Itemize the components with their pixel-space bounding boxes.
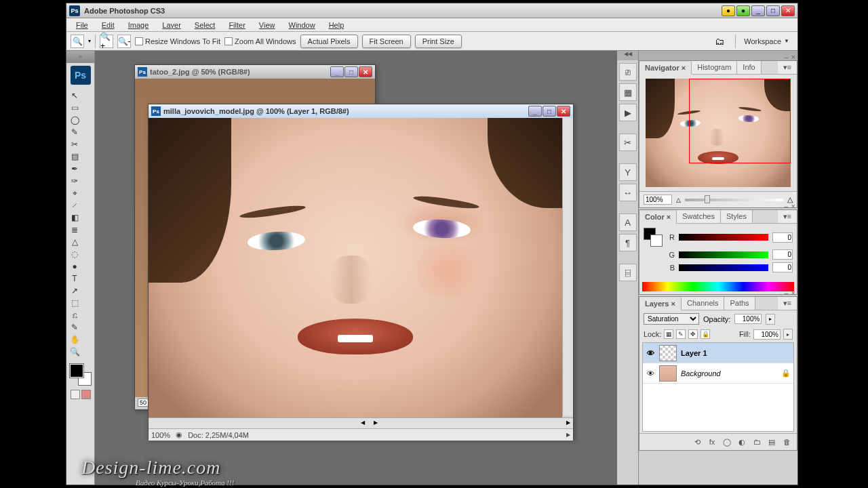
foreground-color-swatch[interactable] [70,364,83,378]
tab-color[interactable]: Color × [639,211,677,224]
app-titlebar[interactable]: Ps Adobe Photoshop CS3 ● ● _ □ ✕ [66,3,797,18]
status-arrow-icon[interactable]: ▶ [566,432,570,438]
type-tool[interactable]: T [69,273,80,284]
marquee-tool[interactable]: ▭ [69,102,80,113]
opacity-flyout-icon[interactable]: ▸ [766,314,775,325]
document-canvas[interactable] [149,118,562,418]
gradient-tool[interactable]: ≣ [69,224,80,235]
lock-position-icon[interactable]: ✥ [688,329,698,339]
layer-list[interactable]: 👁 Layer 1 👁 Background 🔒 [642,342,794,432]
color-spectrum-bar[interactable] [642,282,794,291]
print-size-button[interactable]: Print Size [415,35,462,48]
blend-mode-select[interactable]: Saturation [644,313,699,325]
new-layer-icon[interactable]: ▤ [766,436,778,447]
panel-close-icon[interactable]: × [791,202,795,210]
panel-menu-icon[interactable]: ▾≡ [778,210,797,223]
doc-minimize-button[interactable]: _ [528,106,542,117]
healing-brush-tool[interactable]: ✒ [69,163,80,174]
status-icon[interactable]: ◉ [176,430,182,439]
tab-info[interactable]: Info [737,61,761,74]
zoom-out-icon[interactable]: 🔍- [117,35,131,48]
slice-tool[interactable]: ▤ [69,151,80,162]
zoom-value[interactable]: 100% [151,431,170,439]
delete-layer-icon[interactable]: 🗑 [781,436,793,447]
panel-icon-3[interactable]: ▶ [619,104,637,121]
crop-tool[interactable]: ✂ [69,139,80,150]
brush-tool[interactable]: ✑ [69,176,80,186]
color-swatch-control[interactable] [70,364,92,386]
zoom-tool[interactable]: 🔍 [69,346,80,357]
tab-paths[interactable]: Paths [724,297,755,310]
panel-icon-9[interactable]: ⌸ [619,264,637,281]
doc-minimize-button[interactable]: _ [330,66,344,77]
layer-visibility-icon[interactable]: 👁 [646,369,655,378]
document-titlebar[interactable]: Ps tatoo_2.jpg @ 50% (RGB/8#) _ □ ✕ [135,65,375,79]
toolbox-grip[interactable]: ›› [66,51,94,63]
lock-pixels-icon[interactable]: ✎ [676,329,686,339]
layer-thumbnail[interactable] [659,365,677,382]
panel-menu-icon[interactable]: ▾≡ [778,61,797,74]
resize-windows-checkbox[interactable]: Resize Windows To Fit [135,37,220,45]
menu-edit[interactable]: Edit [96,20,120,30]
adjustment-layer-icon[interactable]: ◐ [736,436,748,447]
move-tool[interactable]: ↖ [69,90,80,101]
eyedropper-tool[interactable]: ✎ [69,322,80,333]
panel-close-icon[interactable]: × [791,289,795,297]
hand-tool[interactable]: ✋ [69,334,80,345]
panel-menu-icon[interactable]: ▾≡ [778,297,797,310]
lock-transparency-icon[interactable]: ▦ [664,329,673,339]
panel-icon-6[interactable]: ↔ [619,184,637,201]
path-select-tool[interactable]: ↗ [69,285,80,296]
link-layers-icon[interactable]: ⟲ [691,436,703,447]
layer-thumbnail[interactable] [659,345,677,361]
workspace-dropdown[interactable]: Workspace▼ [740,36,793,47]
go-to-bridge-icon[interactable]: 🗂 [715,36,724,47]
menu-file[interactable]: File [71,20,94,30]
document-titlebar[interactable]: Ps milla_jovovich_model.jpg @ 100% (Laye… [149,104,573,118]
maximize-button[interactable]: □ [766,5,780,16]
menu-filter[interactable]: Filter [223,20,250,30]
menu-select[interactable]: Select [189,20,221,30]
panel-icon-1[interactable]: ⎚ [619,63,637,81]
history-brush-tool[interactable]: ⟋ [69,200,80,211]
bg-color-well[interactable] [650,235,663,247]
menu-image[interactable]: Image [123,20,155,30]
g-slider[interactable] [679,251,768,258]
zoom-out-small-icon[interactable]: △ [676,197,681,203]
r-value-input[interactable] [772,232,793,243]
doc-maximize-button[interactable]: □ [344,66,358,77]
zoom-all-windows-checkbox[interactable]: Zoom All Windows [224,37,296,45]
standard-mode-icon[interactable] [71,390,80,399]
blur-tool[interactable]: △ [69,237,80,247]
tab-histogram[interactable]: Histogram [692,61,737,74]
tab-styles[interactable]: Styles [721,210,753,223]
menu-window[interactable]: Window [283,20,321,30]
actual-pixels-button[interactable]: Actual Pixels [300,35,358,48]
navigator-thumbnail[interactable] [646,79,791,187]
doc-close-button[interactable]: ✕ [359,66,372,77]
quick-mask-mode-icon[interactable] [81,390,91,399]
panel-dock-grip[interactable] [639,51,797,60]
tab-channels[interactable]: Channels [682,297,724,310]
dodge-tool[interactable]: ◌ [69,249,80,260]
panel-icon-8[interactable]: ¶ [619,234,637,251]
r-slider[interactable] [679,234,768,241]
tool-preset-dropdown-icon[interactable]: ▾ [88,38,91,44]
layer-name[interactable]: Layer 1 [681,349,707,357]
b-value-input[interactable] [772,262,793,272]
layer-row[interactable]: 👁 Background 🔒 [643,363,793,384]
menu-view[interactable]: View [254,20,281,30]
fit-screen-button[interactable]: Fit Screen [362,35,411,48]
g-value-input[interactable] [772,249,793,260]
quick-select-tool[interactable]: ✎ [69,127,80,138]
close-button[interactable]: ✕ [781,5,795,16]
navigator-view-box[interactable] [689,79,791,163]
notes-tool[interactable]: ⎌ [69,310,80,321]
tab-layers[interactable]: Layers × [639,298,682,310]
layer-visibility-icon[interactable]: 👁 [646,348,655,358]
navigator-zoom-slider[interactable] [685,199,783,201]
layer-row[interactable]: 👁 Layer 1 [643,343,793,363]
zoom-tool-icon[interactable]: 🔍 [71,35,84,48]
eraser-tool[interactable]: ◧ [69,212,80,223]
minimize-button[interactable]: _ [751,5,765,16]
